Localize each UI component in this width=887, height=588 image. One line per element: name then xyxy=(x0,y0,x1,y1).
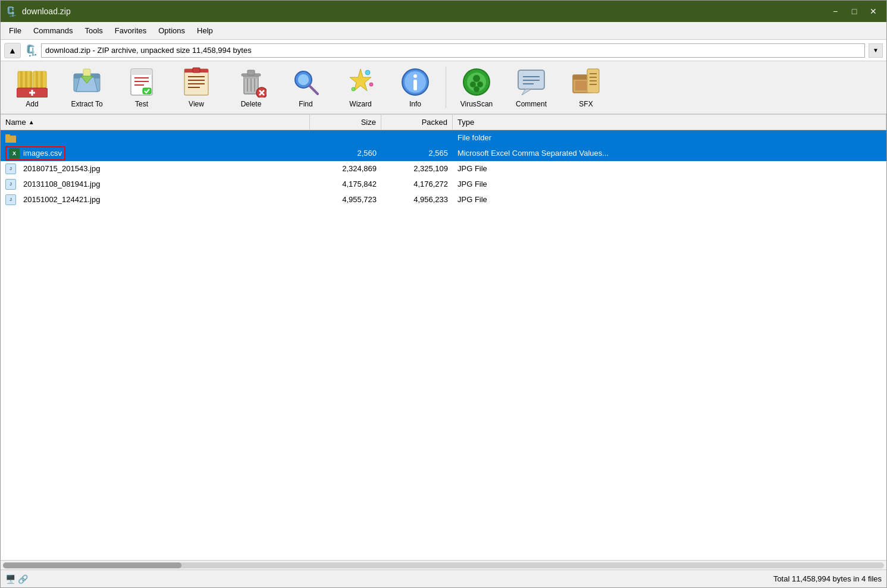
svg-rect-31 xyxy=(188,80,205,81)
col-header-packed[interactable]: Packed xyxy=(381,115,453,130)
svg-rect-4 xyxy=(27,71,30,90)
svg-rect-41 xyxy=(247,70,255,75)
scrollbar-thumb[interactable] xyxy=(3,562,181,568)
column-headers: Name ▲ Size Packed Type xyxy=(1,115,886,130)
file-type-cell: File folder xyxy=(453,130,886,145)
svg-marker-63 xyxy=(522,89,531,95)
title-bar-left: 🗜️ download.zip xyxy=(5,5,71,17)
file-size-cell: 2,324,869 xyxy=(310,161,381,176)
file-size-cell: 4,955,723 xyxy=(310,192,381,207)
svg-rect-27 xyxy=(184,69,208,95)
view-label: View xyxy=(189,100,204,108)
window-title: download.zip xyxy=(22,7,71,16)
file-name-cell: X images.csv xyxy=(1,146,310,161)
file-name: 20151002_124421.jpg xyxy=(23,195,100,204)
menu-favorites[interactable]: Favorites xyxy=(109,24,152,37)
close-button[interactable]: ✕ xyxy=(865,5,882,18)
status-link-icon: 🔗 xyxy=(18,574,28,584)
table-row[interactable]: File folder xyxy=(1,130,886,146)
file-packed-cell: 2,325,109 xyxy=(381,161,453,176)
status-text: Total 11,458,994 bytes in 4 files xyxy=(773,574,882,583)
status-bar: 🖥️ 🔗 Total 11,458,994 bytes in 4 files xyxy=(1,570,886,587)
file-type-cell: Microsoft Excel Comma Separated Values..… xyxy=(453,146,886,161)
file-packed-cell xyxy=(381,130,453,145)
svg-rect-1 xyxy=(20,71,23,90)
find-label: Find xyxy=(299,100,312,108)
svg-rect-33 xyxy=(188,87,200,88)
file-name-cell: J 20131108_081941.jpg xyxy=(1,177,310,191)
svg-rect-32 xyxy=(188,83,205,84)
test-label: Test xyxy=(135,100,148,108)
file-name-cell: J 20151002_124421.jpg xyxy=(1,192,310,207)
menu-tools[interactable]: Tools xyxy=(79,24,108,37)
sort-arrow-name: ▲ xyxy=(29,119,35,125)
svg-rect-25 xyxy=(134,84,144,86)
virusscan-label: VirusScan xyxy=(460,100,493,108)
svg-rect-34 xyxy=(193,68,200,73)
svg-point-46 xyxy=(297,74,309,86)
archive-icon: 🗜️ xyxy=(24,44,37,57)
minimize-button[interactable]: − xyxy=(827,5,844,18)
extract-to-button[interactable]: Extract To xyxy=(60,63,114,112)
find-button[interactable]: Find xyxy=(279,63,333,112)
delete-label: Delete xyxy=(241,100,262,108)
test-button[interactable]: Test xyxy=(115,63,168,112)
jpg-icon: J xyxy=(5,163,16,174)
view-button[interactable]: View xyxy=(170,63,223,112)
address-bar: ▲ 🗜️ ▼ xyxy=(1,40,886,61)
svg-point-49 xyxy=(365,70,370,75)
sfx-button[interactable]: SFX xyxy=(559,63,613,112)
col-header-type[interactable]: Type xyxy=(453,115,886,130)
menu-bar: File Commands Tools Favorites Options He… xyxy=(1,22,886,40)
wizard-button[interactable]: Wizard xyxy=(334,63,387,112)
svg-rect-23 xyxy=(134,77,149,78)
extract-icon xyxy=(71,67,102,98)
horizontal-scrollbar[interactable] xyxy=(1,560,886,570)
svg-point-61 xyxy=(474,86,479,92)
address-input[interactable] xyxy=(41,43,865,58)
svg-point-54 xyxy=(413,74,417,78)
table-row[interactable]: J 20151002_124421.jpg 4,955,723 4,956,23… xyxy=(1,192,886,207)
scrollbar-track[interactable] xyxy=(3,562,884,568)
svg-line-47 xyxy=(309,86,318,94)
navigate-up-button[interactable]: ▲ xyxy=(4,43,21,58)
add-button[interactable]: Add xyxy=(5,63,59,112)
main-window: 🗜️ download.zip − □ ✕ File Commands Tool… xyxy=(0,0,887,588)
address-dropdown-button[interactable]: ▼ xyxy=(869,43,883,58)
svg-rect-24 xyxy=(134,81,149,82)
svg-rect-10 xyxy=(43,71,45,88)
info-button[interactable]: Info xyxy=(388,63,442,112)
comment-label: Comment xyxy=(516,100,547,108)
maximize-button[interactable]: □ xyxy=(846,5,863,18)
delete-button[interactable]: Delete xyxy=(224,63,278,112)
svg-rect-3 xyxy=(25,71,27,90)
wizard-label: Wizard xyxy=(349,100,371,108)
menu-options[interactable]: Options xyxy=(152,24,191,37)
table-row[interactable]: X images.csv 2,560 2,565 Microsoft Excel… xyxy=(1,146,886,161)
add-label: Add xyxy=(26,100,38,108)
file-packed-cell: 2,565 xyxy=(381,146,453,161)
svg-rect-55 xyxy=(413,80,417,90)
file-name: 20131108_081941.jpg xyxy=(23,180,100,188)
comment-button[interactable]: Comment xyxy=(504,63,558,112)
menu-commands[interactable]: Commands xyxy=(27,24,79,37)
table-row[interactable]: J 20131108_081941.jpg 4,175,842 4,176,27… xyxy=(1,177,886,192)
table-row[interactable]: J 20180715_201543.jpg 2,324,869 2,325,10… xyxy=(1,161,886,177)
svg-point-58 xyxy=(473,75,480,82)
svg-rect-66 xyxy=(523,83,534,84)
info-label: Info xyxy=(409,100,421,108)
file-list: File folder X images.csv 2,560 2,565 xyxy=(1,130,886,560)
svg-point-60 xyxy=(477,81,483,87)
csv-name-highlight: X images.csv xyxy=(5,146,65,161)
wizard-icon xyxy=(345,67,376,98)
menu-help[interactable]: Help xyxy=(191,24,219,37)
menu-file[interactable]: File xyxy=(3,24,27,37)
col-header-name[interactable]: Name ▲ xyxy=(1,115,310,130)
col-header-size[interactable]: Size xyxy=(310,115,381,130)
svg-point-59 xyxy=(470,81,476,87)
virusscan-button[interactable]: VirusScan xyxy=(450,63,503,112)
svg-rect-9 xyxy=(40,71,43,88)
svg-rect-65 xyxy=(523,80,540,81)
file-name-cell: J 20180715_201543.jpg xyxy=(1,161,310,176)
sfx-icon xyxy=(571,67,601,98)
